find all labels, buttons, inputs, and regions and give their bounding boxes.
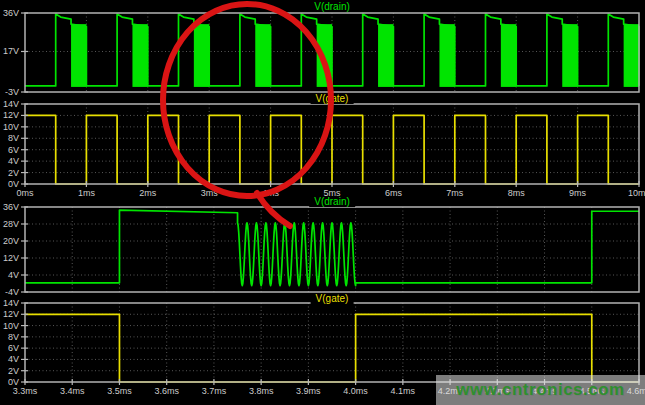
annotation-overlay — [0, 0, 645, 405]
red-callout-tail — [257, 193, 290, 226]
waveform-viewer: 36V17V-3V14V12V10V8V6V4V2V0V0ms1ms2ms3ms… — [0, 0, 645, 405]
red-circle-annotation — [163, 4, 331, 196]
watermark: www.cntronics.com — [436, 375, 645, 405]
